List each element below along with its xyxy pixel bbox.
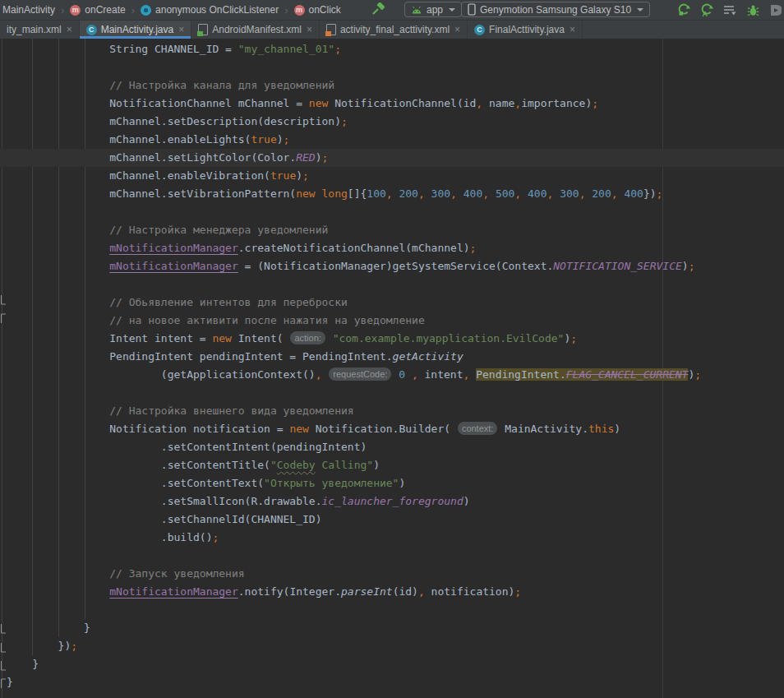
code-line: .setContentTitle("Codeby Calling") bbox=[0, 456, 784, 474]
close-icon[interactable]: × bbox=[67, 24, 72, 35]
code-line: String CHANNEL_ID = "my_channel_01"; bbox=[0, 40, 784, 58]
run-configuration-select[interactable]: app bbox=[404, 2, 462, 17]
fold-marker[interactable] bbox=[0, 312, 7, 327]
code-line: .setSmallIcon(R.drawable.ic_launcher_for… bbox=[0, 492, 784, 511]
code-line bbox=[0, 203, 784, 221]
code-line: // Настройка канала для уведомлений bbox=[0, 76, 784, 95]
fold-marker[interactable] bbox=[0, 622, 7, 637]
breadcrumb-item-onclick[interactable]: m onClick bbox=[294, 4, 341, 16]
code-token: 200 bbox=[399, 187, 417, 200]
code-token: 400 bbox=[528, 187, 546, 200]
code-token: Calling" bbox=[316, 459, 373, 471]
code-token: ; bbox=[341, 115, 348, 127]
tab-label: activity_final_acttivity.xml bbox=[340, 24, 450, 35]
code-token: this bbox=[588, 423, 614, 435]
code-token: long bbox=[322, 187, 348, 200]
code-token: importance) bbox=[521, 97, 592, 109]
code-token: 200 bbox=[592, 187, 611, 200]
code-token bbox=[469, 368, 476, 381]
code-token: .setSmallIcon(R.drawable. bbox=[7, 495, 322, 507]
code-token: , bbox=[514, 187, 521, 200]
code-token: mChannel.enableVibration( bbox=[7, 169, 270, 182]
code-token: mChannel.setDescription(description) bbox=[7, 115, 341, 127]
code-token: ; bbox=[334, 43, 341, 55]
close-icon[interactable]: × bbox=[307, 24, 312, 35]
code-token: , bbox=[450, 187, 457, 200]
fold-marker[interactable] bbox=[0, 641, 7, 656]
apply-changes-icon[interactable] bbox=[677, 3, 690, 16]
breadcrumb-label: MainActivity bbox=[2, 4, 55, 16]
code-line: // Настройка внешнего вида уведомления bbox=[0, 402, 784, 420]
code-line: // Настройка менеджера уведомлений bbox=[0, 221, 784, 239]
close-icon[interactable]: × bbox=[570, 24, 575, 35]
code-token bbox=[7, 260, 109, 272]
code-token: , bbox=[316, 368, 322, 381]
phone-icon bbox=[468, 3, 476, 16]
code-token: intent bbox=[418, 368, 463, 381]
fold-marker[interactable] bbox=[0, 659, 7, 674]
code-line: } bbox=[0, 673, 784, 691]
code-token: 0 bbox=[399, 368, 405, 381]
code-token bbox=[457, 187, 463, 200]
tab-finalacttivity-java[interactable]: C FinalActtivity.java × bbox=[468, 21, 583, 39]
tab-androidmanifest-xml[interactable]: AndroidManifest.xml × bbox=[191, 21, 320, 39]
layout-file-icon bbox=[326, 24, 336, 35]
code-token: String CHANNEL_ID = bbox=[7, 43, 238, 55]
code-token: 400 bbox=[463, 187, 482, 200]
code-token: mNotificationManager bbox=[109, 585, 238, 598]
breadcrumb-item-oncreate[interactable]: m onCreate bbox=[70, 4, 125, 16]
code-token: , bbox=[386, 187, 393, 200]
code-line: mNotificationManager.createNotificationC… bbox=[0, 239, 784, 257]
fold-marker[interactable] bbox=[0, 294, 7, 308]
code-token: 300 bbox=[431, 187, 450, 200]
code-token: } bbox=[7, 676, 13, 688]
code-line bbox=[0, 275, 784, 294]
tab-activity-final-acttivity-xml[interactable]: activity_final_acttivity.xml × bbox=[320, 21, 468, 39]
profiler-icon[interactable] bbox=[723, 3, 736, 16]
chevron-right-icon: › bbox=[284, 4, 288, 16]
tab-label: FinalActtivity.java bbox=[489, 24, 565, 35]
tab-label: ity_main.xml bbox=[7, 24, 62, 35]
device-select[interactable]: Genymotion Samsung Galaxy S10 bbox=[461, 2, 650, 17]
code-token: , bbox=[418, 585, 425, 598]
code-line: // Запуск уведомления bbox=[0, 565, 784, 583]
code-token bbox=[322, 368, 329, 381]
code-line: }); bbox=[0, 637, 784, 655]
code-editor[interactable]: String CHANNEL_ID = "my_channel_01"; // … bbox=[0, 39, 784, 698]
tab-mainactivity-java[interactable]: C MainActivity.java × bbox=[80, 21, 192, 39]
ide-window: { "topbar": { "breadcrumbs": [ {"label":… bbox=[0, 0, 784, 698]
breadcrumb-label: anonymous OnClickListener bbox=[155, 4, 279, 16]
code-token: mNotificationManager bbox=[109, 242, 238, 254]
close-icon[interactable]: × bbox=[178, 24, 184, 35]
code-line: // на новое активити после нажатия на ув… bbox=[0, 312, 784, 330]
code-lines: String CHANNEL_ID = "my_channel_01"; // … bbox=[0, 40, 784, 691]
code-line bbox=[0, 58, 784, 76]
close-icon[interactable]: × bbox=[454, 24, 460, 35]
code-token bbox=[316, 187, 322, 200]
code-token: Intent intent = bbox=[7, 332, 212, 344]
apply-code-changes-icon[interactable]: A bbox=[700, 3, 713, 16]
code-token: ; bbox=[592, 97, 598, 109]
toolbar: MainActivity › m onCreate › anonymous On… bbox=[0, 0, 784, 21]
code-token: 500 bbox=[496, 187, 514, 200]
breadcrumb-item-anonymous-class[interactable]: anonymous OnClickListener bbox=[141, 4, 279, 16]
code-token: true bbox=[251, 133, 276, 146]
code-token: ; bbox=[322, 151, 329, 164]
code-token: ; bbox=[694, 368, 701, 381]
fold-marker[interactable] bbox=[0, 677, 7, 692]
code-line: } bbox=[0, 655, 784, 673]
code-token: .setChannelId(CHANNEL_ID) bbox=[7, 513, 322, 525]
code-token: " bbox=[270, 459, 277, 471]
code-line: mChannel.setLightColor(Color.RED); bbox=[0, 149, 784, 167]
code-token: new bbox=[289, 423, 308, 435]
tab-activity-main-xml[interactable]: ity_main.xml × bbox=[0, 21, 80, 39]
attach-debugger-icon[interactable] bbox=[769, 3, 782, 16]
code-line: mChannel.enableLights(true); bbox=[0, 131, 784, 149]
build-hammer-icon[interactable] bbox=[370, 2, 385, 21]
code-token: ) bbox=[399, 477, 405, 489]
debug-icon[interactable] bbox=[746, 3, 759, 16]
breadcrumb-item-class[interactable]: MainActivity bbox=[2, 4, 55, 16]
code-line: Notification notification = new Notifica… bbox=[0, 420, 784, 438]
method-icon: m bbox=[70, 5, 81, 16]
code-token: []{ bbox=[348, 187, 367, 200]
